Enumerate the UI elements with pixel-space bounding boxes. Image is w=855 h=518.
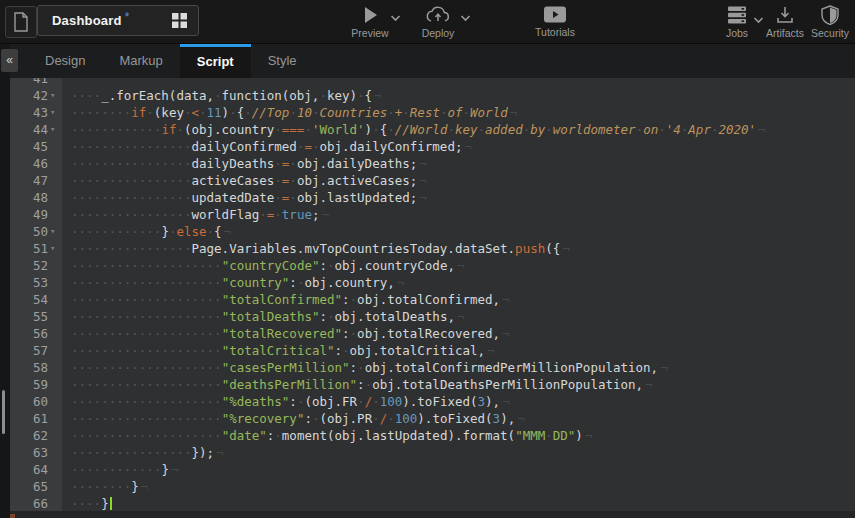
fold-spacer [48, 206, 64, 223]
code-text: ················Page.Variables.mvTopCoun… [64, 240, 570, 257]
code-text: ····················"%deaths":·(obj.FR·/… [64, 393, 510, 410]
code-text: ····················"totalDeaths":·obj.t… [64, 308, 464, 325]
fold-spacer [48, 376, 64, 393]
code-line[interactable]: 62····················"date":·moment(obj… [10, 427, 855, 444]
tab-style[interactable]: Style [251, 44, 314, 78]
preview-dropdown-chevron-icon[interactable] [390, 14, 401, 22]
code-line[interactable]: 53····················"country":·obj.cou… [10, 274, 855, 291]
line-number: 51 [10, 240, 48, 257]
preview-button[interactable]: Preview [344, 5, 396, 39]
tab-design[interactable]: Design [28, 44, 102, 78]
code-text: ····················"totalCritical":·obj… [64, 342, 495, 359]
code-text: ····_.forEach(data,·function(obj,·key)·{… [64, 87, 382, 104]
artifacts-label: Artifacts [766, 27, 804, 39]
code-line[interactable]: 45················dailyConfirmed·=·obj.d… [10, 138, 855, 155]
fold-arrow-icon[interactable]: ▾ [48, 104, 64, 121]
fold-spacer [48, 257, 64, 274]
fold-spacer [48, 291, 64, 308]
code-line[interactable]: 61····················"%recovery":·(obj.… [10, 410, 855, 427]
app-window: Dashboard * Preview [0, 0, 855, 518]
code-text: ················dailyDeaths·=·obj.dailyD… [64, 155, 427, 172]
code-line[interactable]: 65········}¬ [10, 478, 855, 495]
shield-security-icon [821, 5, 839, 25]
code-text: ············}·else·{¬ [64, 223, 231, 240]
line-number: 61 [10, 410, 48, 427]
code-line[interactable]: 43▾········if·(key·<·11)·{·//Top·10·Coun… [10, 104, 855, 121]
code-scroll[interactable]: 4142▾····_.forEach(data,·function(obj,·k… [10, 78, 855, 512]
code-line[interactable]: 48················updatedDate·=·obj.last… [10, 189, 855, 206]
code-line[interactable]: 60····················"%deaths":·(obj.FR… [10, 393, 855, 410]
code-line[interactable]: 66····} [10, 495, 855, 512]
fold-spacer [48, 78, 64, 87]
code-text: ····················"%recovery":·(obj.PR… [64, 410, 525, 427]
code-text: ····················"country":·obj.count… [64, 274, 404, 291]
line-number: 55 [10, 308, 48, 325]
code-line[interactable]: 57····················"totalCritical":·o… [10, 342, 855, 359]
deploy-button[interactable]: Deploy [412, 5, 464, 39]
code-text: ············}¬ [64, 461, 178, 478]
fold-arrow-icon[interactable]: ▾ [48, 223, 64, 240]
fold-spacer [48, 172, 64, 189]
video-tutorial-icon [543, 5, 567, 24]
fold-arrow-icon[interactable]: ▾ [48, 121, 64, 138]
horizontal-scrollbar-track[interactable] [10, 511, 855, 518]
line-number: 60 [10, 393, 48, 410]
security-label: Security [811, 27, 849, 39]
file-page-icon [13, 12, 29, 32]
code-line[interactable]: 64············}¬ [10, 461, 855, 478]
line-number: 48 [10, 189, 48, 206]
tab-markup[interactable]: Markup [102, 44, 179, 78]
tutorials-button[interactable]: Tutorials [527, 5, 583, 38]
fold-spacer [48, 359, 64, 376]
code-text: ········}¬ [64, 478, 148, 495]
code-line[interactable]: 54····················"totalConfirmed":·… [10, 291, 855, 308]
code-line[interactable]: 52····················"countryCode":·obj… [10, 257, 855, 274]
preview-label: Preview [351, 27, 388, 39]
code-line[interactable]: 59····················"deathsPerMillion"… [10, 376, 855, 393]
gutter-annotation-marker [10, 514, 15, 518]
code-line[interactable]: 56····················"totalRecovered":·… [10, 325, 855, 342]
code-line[interactable]: 49················worldFlag·=·true;¬ [10, 206, 855, 223]
code-text: ················worldFlag·=·true;¬ [64, 206, 329, 223]
jobs-server-icon [726, 5, 748, 25]
line-number: 57 [10, 342, 48, 359]
fold-arrow-icon[interactable]: ▾ [48, 240, 64, 257]
code-line[interactable]: 41 [10, 78, 855, 87]
top-bar: Dashboard * Preview [0, 0, 855, 44]
code-line[interactable]: 46················dailyDeaths·=·obj.dail… [10, 155, 855, 172]
fold-spacer [48, 461, 64, 478]
code-text [64, 78, 71, 87]
line-number: 54 [10, 291, 48, 308]
line-number: 63 [10, 444, 48, 461]
line-number: 43 [10, 104, 48, 121]
line-number: 59 [10, 376, 48, 393]
security-button[interactable]: Security [806, 5, 854, 39]
fold-arrow-icon[interactable]: ▾ [48, 87, 64, 104]
page-title: Dashboard [52, 13, 122, 28]
code-text: ················activeCases·=·obj.active… [64, 172, 427, 189]
page-file-button[interactable] [5, 6, 37, 38]
unsaved-indicator: * [125, 10, 130, 24]
code-line[interactable]: 44▾············if·(obj.country·===·'Worl… [10, 121, 855, 138]
text-cursor [110, 497, 112, 510]
tab-script[interactable]: Script [180, 44, 251, 78]
code-line[interactable]: 47················activeCases·=·obj.acti… [10, 172, 855, 189]
line-number: 53 [10, 274, 48, 291]
code-line[interactable]: 42▾····_.forEach(data,·function(obj,·key… [10, 87, 855, 104]
deploy-dropdown-chevron-icon[interactable] [460, 14, 471, 22]
cloud-upload-icon [425, 5, 451, 25]
artifacts-button[interactable]: Artifacts [759, 5, 811, 39]
code-line[interactable]: 58····················"casesPerMillion":… [10, 359, 855, 376]
code-line[interactable]: 51▾················Page.Variables.mvTopC… [10, 240, 855, 257]
vertical-scrollbar-thumb[interactable] [2, 390, 5, 434]
collapse-panel-button[interactable]: « [1, 49, 18, 72]
code-line[interactable]: 55····················"totalDeaths":·obj… [10, 308, 855, 325]
code-line[interactable]: 63················});¬ [10, 444, 855, 461]
open-page-tab[interactable]: Dashboard * [37, 5, 199, 36]
page-switcher-grid-icon[interactable] [171, 12, 188, 29]
code-text: ····} [64, 495, 112, 512]
fold-spacer [48, 308, 64, 325]
download-artifacts-icon [775, 5, 795, 25]
jobs-label: Jobs [726, 27, 748, 39]
code-line[interactable]: 50▾············}·else·{¬ [10, 223, 855, 240]
